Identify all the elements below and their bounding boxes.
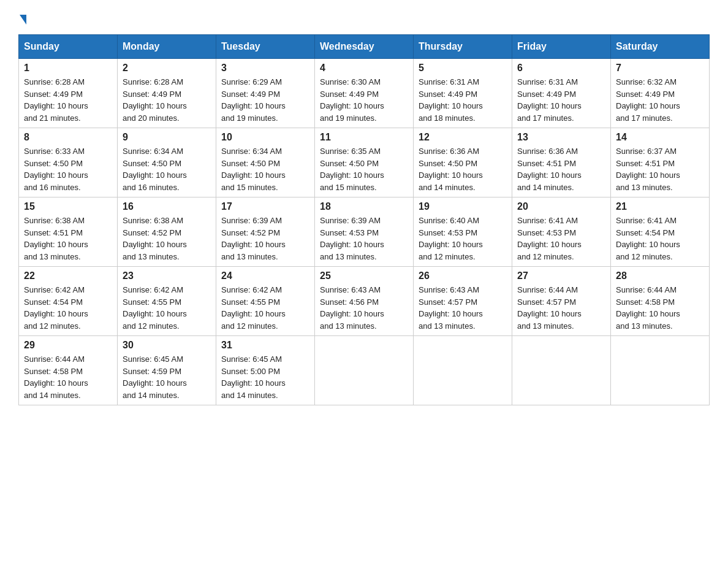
day-number: 10 <box>221 132 309 143</box>
logo <box>18 12 26 22</box>
calendar-cell: 2 Sunrise: 6:28 AM Sunset: 4:49 PM Dayli… <box>118 59 216 128</box>
calendar-cell <box>611 336 710 405</box>
day-number: 6 <box>517 63 605 74</box>
week-row-3: 15 Sunrise: 6:38 AM Sunset: 4:51 PM Dayl… <box>19 197 710 267</box>
day-info: Sunrise: 6:37 AM Sunset: 4:51 PM Dayligh… <box>616 145 704 193</box>
day-info: Sunrise: 6:36 AM Sunset: 4:51 PM Dayligh… <box>517 145 605 193</box>
calendar-cell: 10 Sunrise: 6:34 AM Sunset: 4:50 PM Dayl… <box>216 128 315 197</box>
header-day-thursday: Thursday <box>414 35 512 59</box>
day-number: 22 <box>24 270 112 282</box>
calendar-cell <box>512 336 611 405</box>
calendar-cell: 8 Sunrise: 6:33 AM Sunset: 4:50 PM Dayli… <box>19 128 118 197</box>
calendar-cell: 24 Sunrise: 6:42 AM Sunset: 4:55 PM Dayl… <box>216 267 315 336</box>
calendar-cell <box>315 336 414 405</box>
day-number: 1 <box>24 63 112 74</box>
calendar-cell: 31 Sunrise: 6:45 AM Sunset: 5:00 PM Dayl… <box>216 336 315 405</box>
calendar-cell: 14 Sunrise: 6:37 AM Sunset: 4:51 PM Dayl… <box>611 128 710 197</box>
day-info: Sunrise: 6:31 AM Sunset: 4:49 PM Dayligh… <box>517 76 605 124</box>
calendar-cell: 5 Sunrise: 6:31 AM Sunset: 4:49 PM Dayli… <box>414 59 512 128</box>
header-day-wednesday: Wednesday <box>315 35 414 59</box>
day-info: Sunrise: 6:43 AM Sunset: 4:57 PM Dayligh… <box>419 284 507 332</box>
calendar-cell: 3 Sunrise: 6:29 AM Sunset: 4:49 PM Dayli… <box>216 59 315 128</box>
day-number: 2 <box>123 63 211 74</box>
calendar-table: SundayMondayTuesdayWednesdayThursdayFrid… <box>18 34 710 405</box>
day-number: 27 <box>517 270 605 282</box>
calendar-cell: 21 Sunrise: 6:41 AM Sunset: 4:54 PM Dayl… <box>611 197 710 267</box>
day-info: Sunrise: 6:36 AM Sunset: 4:50 PM Dayligh… <box>419 145 507 193</box>
calendar-header: SundayMondayTuesdayWednesdayThursdayFrid… <box>19 35 710 59</box>
calendar-cell: 16 Sunrise: 6:38 AM Sunset: 4:52 PM Dayl… <box>118 197 216 267</box>
calendar-cell: 13 Sunrise: 6:36 AM Sunset: 4:51 PM Dayl… <box>512 128 611 197</box>
day-info: Sunrise: 6:45 AM Sunset: 4:59 PM Dayligh… <box>123 353 211 401</box>
week-row-2: 8 Sunrise: 6:33 AM Sunset: 4:50 PM Dayli… <box>19 128 710 197</box>
header-day-saturday: Saturday <box>611 35 710 59</box>
day-info: Sunrise: 6:39 AM Sunset: 4:52 PM Dayligh… <box>221 215 309 262</box>
calendar-cell: 6 Sunrise: 6:31 AM Sunset: 4:49 PM Dayli… <box>512 59 611 128</box>
header-day-sunday: Sunday <box>19 35 118 59</box>
day-number: 18 <box>320 201 408 212</box>
day-info: Sunrise: 6:38 AM Sunset: 4:52 PM Dayligh… <box>123 215 211 262</box>
page-header <box>18 12 710 22</box>
day-number: 5 <box>419 63 507 74</box>
day-info: Sunrise: 6:41 AM Sunset: 4:54 PM Dayligh… <box>616 215 704 262</box>
day-number: 23 <box>123 270 211 282</box>
day-info: Sunrise: 6:35 AM Sunset: 4:50 PM Dayligh… <box>320 145 408 193</box>
day-number: 9 <box>123 132 211 143</box>
day-number: 16 <box>123 201 211 212</box>
week-row-1: 1 Sunrise: 6:28 AM Sunset: 4:49 PM Dayli… <box>19 59 710 128</box>
day-number: 20 <box>517 201 605 212</box>
week-row-4: 22 Sunrise: 6:42 AM Sunset: 4:54 PM Dayl… <box>19 267 710 336</box>
calendar-cell: 17 Sunrise: 6:39 AM Sunset: 4:52 PM Dayl… <box>216 197 315 267</box>
calendar-cell: 29 Sunrise: 6:44 AM Sunset: 4:58 PM Dayl… <box>19 336 118 405</box>
day-info: Sunrise: 6:42 AM Sunset: 4:55 PM Dayligh… <box>123 284 211 332</box>
day-number: 11 <box>320 132 408 143</box>
day-number: 4 <box>320 63 408 74</box>
day-number: 24 <box>221 270 309 282</box>
day-info: Sunrise: 6:45 AM Sunset: 5:00 PM Dayligh… <box>221 353 309 401</box>
day-info: Sunrise: 6:38 AM Sunset: 4:51 PM Dayligh… <box>24 215 112 262</box>
day-number: 3 <box>221 63 309 74</box>
day-info: Sunrise: 6:40 AM Sunset: 4:53 PM Dayligh… <box>419 215 507 262</box>
day-number: 29 <box>24 340 112 351</box>
calendar-cell: 30 Sunrise: 6:45 AM Sunset: 4:59 PM Dayl… <box>118 336 216 405</box>
day-info: Sunrise: 6:30 AM Sunset: 4:49 PM Dayligh… <box>320 76 408 124</box>
header-row: SundayMondayTuesdayWednesdayThursdayFrid… <box>19 35 710 59</box>
day-number: 13 <box>517 132 605 143</box>
header-day-monday: Monday <box>118 35 216 59</box>
day-info: Sunrise: 6:43 AM Sunset: 4:56 PM Dayligh… <box>320 284 408 332</box>
calendar-cell: 18 Sunrise: 6:39 AM Sunset: 4:53 PM Dayl… <box>315 197 414 267</box>
day-info: Sunrise: 6:42 AM Sunset: 4:54 PM Dayligh… <box>24 284 112 332</box>
day-number: 14 <box>616 132 704 143</box>
day-info: Sunrise: 6:33 AM Sunset: 4:50 PM Dayligh… <box>24 145 112 193</box>
day-info: Sunrise: 6:34 AM Sunset: 4:50 PM Dayligh… <box>123 145 211 193</box>
day-info: Sunrise: 6:28 AM Sunset: 4:49 PM Dayligh… <box>24 76 112 124</box>
calendar-body: 1 Sunrise: 6:28 AM Sunset: 4:49 PM Dayli… <box>19 59 710 405</box>
day-number: 7 <box>616 63 704 74</box>
day-info: Sunrise: 6:44 AM Sunset: 4:57 PM Dayligh… <box>517 284 605 332</box>
calendar-cell: 12 Sunrise: 6:36 AM Sunset: 4:50 PM Dayl… <box>414 128 512 197</box>
calendar-cell: 19 Sunrise: 6:40 AM Sunset: 4:53 PM Dayl… <box>414 197 512 267</box>
calendar-cell: 28 Sunrise: 6:44 AM Sunset: 4:58 PM Dayl… <box>611 267 710 336</box>
calendar-cell: 9 Sunrise: 6:34 AM Sunset: 4:50 PM Dayli… <box>118 128 216 197</box>
calendar-cell: 11 Sunrise: 6:35 AM Sunset: 4:50 PM Dayl… <box>315 128 414 197</box>
day-number: 30 <box>123 340 211 351</box>
logo-triangle-icon <box>20 15 26 25</box>
day-number: 19 <box>419 201 507 212</box>
day-info: Sunrise: 6:28 AM Sunset: 4:49 PM Dayligh… <box>123 76 211 124</box>
day-number: 25 <box>320 270 408 282</box>
calendar-cell: 23 Sunrise: 6:42 AM Sunset: 4:55 PM Dayl… <box>118 267 216 336</box>
day-number: 31 <box>221 340 309 351</box>
calendar-cell: 7 Sunrise: 6:32 AM Sunset: 4:49 PM Dayli… <box>611 59 710 128</box>
calendar-cell <box>414 336 512 405</box>
header-day-tuesday: Tuesday <box>216 35 315 59</box>
day-info: Sunrise: 6:31 AM Sunset: 4:49 PM Dayligh… <box>419 76 507 124</box>
calendar-cell: 20 Sunrise: 6:41 AM Sunset: 4:53 PM Dayl… <box>512 197 611 267</box>
calendar-cell: 1 Sunrise: 6:28 AM Sunset: 4:49 PM Dayli… <box>19 59 118 128</box>
day-number: 17 <box>221 201 309 212</box>
day-number: 26 <box>419 270 507 282</box>
day-info: Sunrise: 6:29 AM Sunset: 4:49 PM Dayligh… <box>221 76 309 124</box>
calendar-cell: 22 Sunrise: 6:42 AM Sunset: 4:54 PM Dayl… <box>19 267 118 336</box>
header-day-friday: Friday <box>512 35 611 59</box>
day-info: Sunrise: 6:32 AM Sunset: 4:49 PM Dayligh… <box>616 76 704 124</box>
calendar-cell: 25 Sunrise: 6:43 AM Sunset: 4:56 PM Dayl… <box>315 267 414 336</box>
